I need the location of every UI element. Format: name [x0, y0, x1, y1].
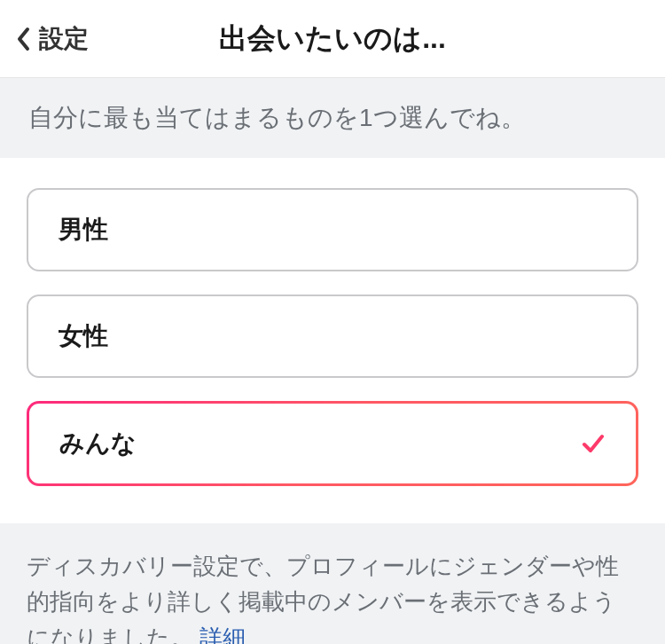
page-title: 出会いたいのは... — [0, 20, 665, 59]
chevron-left-icon — [16, 27, 30, 51]
options-list: 男性 女性 みんな — [0, 158, 665, 486]
footer-note: ディスカバリー設定で、プロフィールにジェンダーや性的指向をより詳しく掲載中のメン… — [0, 523, 665, 644]
option-label: 男性 — [59, 213, 108, 247]
back-label: 設定 — [39, 22, 89, 56]
checkmark-icon — [581, 431, 606, 456]
option-label: みんな — [59, 427, 137, 460]
footer-text: ディスカバリー設定で、プロフィールにジェンダーや性的指向をより詳しく掲載中のメン… — [27, 553, 619, 644]
details-link[interactable]: 詳細 — [200, 624, 246, 644]
option-label: 女性 — [59, 319, 108, 353]
back-button[interactable]: 設定 — [0, 22, 89, 56]
option-everyone[interactable]: みんな — [27, 401, 638, 486]
header: 設定 出会いたいのは... — [0, 0, 665, 78]
option-female[interactable]: 女性 — [27, 295, 638, 378]
instruction-text: 自分に最も当てはまるものを1つ選んでね。 — [0, 78, 665, 158]
option-male[interactable]: 男性 — [27, 188, 638, 271]
